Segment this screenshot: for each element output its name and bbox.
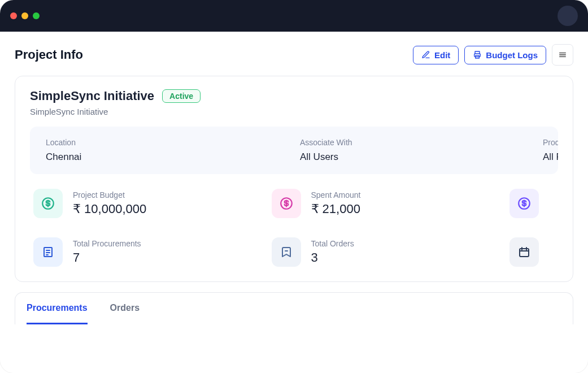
edit-button-label: Edit <box>434 50 450 60</box>
status-badge: Active <box>162 89 201 103</box>
stat-extra-1 <box>509 189 555 218</box>
page-header: Project Info Edit Budget Logs <box>15 44 573 66</box>
window-controls <box>10 12 40 19</box>
meta-location-label: Location <box>46 138 266 147</box>
edit-button[interactable]: Edit <box>413 46 459 64</box>
budget-logs-button[interactable]: Budget Logs <box>464 46 546 64</box>
dollar-icon <box>272 189 301 218</box>
minimize-window-icon[interactable] <box>21 12 28 19</box>
stat-procurements-label: Total Procurements <box>73 239 141 248</box>
project-subtitle: SimpleSync Initiative <box>30 107 558 116</box>
meta-products-value: All Products <box>543 151 558 163</box>
dollar-icon <box>509 189 539 218</box>
calendar-icon <box>509 237 539 267</box>
stat-spent-amount: Spent Amount ₹ 21,000 <box>272 189 494 218</box>
dollar-icon <box>33 189 63 218</box>
avatar[interactable] <box>557 6 578 26</box>
meta-location-value: Chennai <box>46 151 266 163</box>
stats-grid: Project Budget ₹ 10,000,000 Spent Amount… <box>30 189 558 267</box>
bookmark-icon <box>272 237 301 267</box>
meta-products-label: Products <box>543 138 558 147</box>
printer-icon <box>473 50 482 59</box>
page-title: Project Info <box>15 47 83 62</box>
meta-associate-label: Associate With <box>300 138 509 147</box>
close-window-icon[interactable] <box>10 12 17 19</box>
titlebar <box>0 0 588 32</box>
stat-spent-value: ₹ 21,000 <box>311 202 361 216</box>
project-name: SimpleSync Initiative <box>30 89 154 103</box>
stat-orders-value: 3 <box>311 250 354 265</box>
meta-products: Products All Products <box>543 138 558 163</box>
meta-location: Location Chennai <box>46 138 266 163</box>
stat-procurements-value: 7 <box>73 250 141 265</box>
stat-project-budget: Project Budget ₹ 10,000,000 <box>33 189 256 218</box>
budget-logs-button-label: Budget Logs <box>486 50 538 60</box>
page-content: Project Info Edit Budget Logs <box>0 32 588 373</box>
stat-spent-label: Spent Amount <box>311 190 361 199</box>
stat-orders-label: Total Orders <box>311 239 354 248</box>
pencil-icon <box>421 50 430 59</box>
tabs: Procurements Orders <box>27 293 561 324</box>
stat-total-procurements: Total Procurements 7 <box>33 237 256 267</box>
app-window: Project Info Edit Budget Logs <box>0 0 588 373</box>
stat-budget-label: Project Budget <box>73 190 146 199</box>
meta-associate: Associate With All Users <box>300 138 509 163</box>
menu-icon <box>558 50 567 59</box>
more-menu-button[interactable] <box>552 44 573 66</box>
stat-extra-2 <box>509 237 555 267</box>
maximize-window-icon[interactable] <box>33 12 40 19</box>
tab-orders[interactable]: Orders <box>110 293 140 324</box>
svg-rect-13 <box>520 249 529 257</box>
tabs-card: Procurements Orders <box>15 292 573 324</box>
header-actions: Edit Budget Logs <box>413 44 573 66</box>
meta-bar: Location Chennai Associate With All User… <box>30 127 558 174</box>
project-card: SimpleSync Initiative Active SimpleSync … <box>15 76 573 282</box>
tab-procurements[interactable]: Procurements <box>27 293 88 324</box>
stat-total-orders: Total Orders 3 <box>272 237 494 267</box>
project-head: SimpleSync Initiative Active <box>30 89 558 103</box>
document-icon <box>33 237 63 267</box>
stat-budget-value: ₹ 10,000,000 <box>73 202 146 216</box>
meta-associate-value: All Users <box>300 151 509 163</box>
